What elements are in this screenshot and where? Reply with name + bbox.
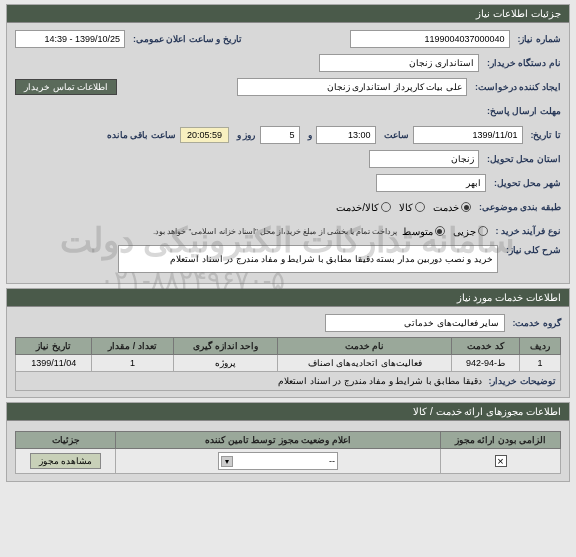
- label-buyer-notes: توضیحات خریدار:: [485, 376, 557, 386]
- purchase-note: پرداخت تمام یا بخشی از مبلغ خرید،از محل …: [153, 227, 398, 236]
- chevron-down-icon: ▾: [221, 456, 233, 467]
- radio-goods[interactable]: کالا: [399, 202, 425, 213]
- subject-radio-group: خدمت کالا کالا/خدمت: [336, 202, 471, 213]
- contact-buyer-button[interactable]: اطلاعات تماس خریدار: [15, 79, 117, 95]
- th-status: اعلام وضعیت مجوز توسط تامین کننده: [116, 432, 441, 449]
- cell-mandatory: [441, 449, 561, 474]
- label-deadline: مهلت ارسال پاسخ:: [483, 106, 561, 116]
- permits-header: اطلاعات مجوزهای ارائه خدمت / کالا: [7, 403, 569, 421]
- label-subject-cat: طبقه بندی موضوعی:: [475, 202, 561, 212]
- field-announce-dt: 1399/10/25 - 14:39: [15, 30, 125, 48]
- field-deadline-time: 13:00: [316, 126, 376, 144]
- th-qty: تعداد / مقدار: [92, 338, 173, 355]
- table-row: 1 ط-94-942 فعالیت‌های اتحادیه‌های اصناف …: [16, 355, 561, 372]
- need-info-header: جزئیات اطلاعات نیاز: [7, 5, 569, 23]
- status-select[interactable]: -- ▾: [218, 452, 338, 470]
- view-permit-button[interactable]: مشاهده مجوز: [30, 453, 102, 469]
- field-need-no: 1199004037000040: [350, 30, 510, 48]
- radio-medium[interactable]: متوسط: [402, 226, 445, 237]
- cell-details: مشاهده مجوز: [16, 449, 116, 474]
- th-unit: واحد اندازه گیری: [173, 338, 278, 355]
- field-buyer-org: استانداری زنجان: [319, 54, 479, 72]
- need-info-panel: جزئیات اطلاعات نیاز شماره نیاز: 11990040…: [6, 4, 570, 284]
- cell-name: فعالیت‌های اتحادیه‌های اصناف: [278, 355, 452, 372]
- services-header: اطلاعات خدمات مورد نیاز: [7, 289, 569, 307]
- field-days-remaining: 5: [260, 126, 300, 144]
- label-to-date: تا تاریخ:: [527, 130, 562, 140]
- cell-qty: 1: [92, 355, 173, 372]
- cell-need-date: 1399/11/04: [16, 355, 92, 372]
- mandatory-checkbox[interactable]: [495, 455, 507, 467]
- label-purchase-type: نوع فرآیند خرید :: [492, 226, 562, 236]
- label-general-desc: شرح کلی نیاز:: [502, 245, 561, 255]
- label-buyer-org: نام دستگاه خریدار:: [483, 58, 561, 68]
- cell-unit: پروژه: [173, 355, 278, 372]
- radio-both[interactable]: کالا/خدمت: [336, 202, 391, 213]
- th-details: جزئیات: [16, 432, 116, 449]
- permits-table: الزامی بودن ارائه مجوز اعلام وضعیت مجوز …: [15, 431, 561, 474]
- th-mandatory: الزامی بودن ارائه مجوز: [441, 432, 561, 449]
- services-table: ردیف کد خدمت نام خدمت واحد اندازه گیری ت…: [15, 337, 561, 391]
- field-city: ابهر: [376, 174, 486, 192]
- th-code: کد خدمت: [452, 338, 520, 355]
- label-remaining: ساعت باقی مانده: [103, 130, 176, 140]
- field-province: زنجان: [369, 150, 479, 168]
- label-day: روز و: [233, 130, 256, 140]
- label-service-group: گروه خدمت:: [509, 318, 562, 328]
- field-deadline-date: 1399/11/01: [413, 126, 523, 144]
- cell-status: -- ▾: [116, 449, 441, 474]
- field-service-group: سایر فعالیت‌های خدماتی: [325, 314, 505, 332]
- label-need-no: شماره نیاز:: [514, 34, 562, 44]
- th-name: نام خدمت: [278, 338, 452, 355]
- field-creator: علی بیات کارپرداز استانداری زنجان: [237, 78, 467, 96]
- th-row: ردیف: [520, 338, 561, 355]
- label-creator: ایجاد کننده درخواست:: [471, 82, 561, 92]
- services-panel: اطلاعات خدمات مورد نیاز گروه خدمت: سایر …: [6, 288, 570, 398]
- label-city: شهر محل تحویل:: [490, 178, 561, 188]
- label-hour: ساعت: [380, 130, 409, 140]
- radio-small[interactable]: جزیی: [453, 226, 488, 237]
- th-need-date: تاریخ نیاز: [16, 338, 92, 355]
- field-time-remaining: 20:05:59: [180, 127, 229, 143]
- field-buyer-notes: دقیقا مطابق با شرایط و مفاد مندرج در اسن…: [278, 376, 482, 386]
- cell-row: 1: [520, 355, 561, 372]
- permits-panel: اطلاعات مجوزهای ارائه خدمت / کالا الزامی…: [6, 402, 570, 482]
- cell-code: ط-94-942: [452, 355, 520, 372]
- label-and: و: [304, 130, 312, 140]
- purchase-radio-group: جزیی متوسط: [402, 226, 488, 237]
- status-value: --: [329, 456, 335, 466]
- table-row: -- ▾ مشاهده مجوز: [16, 449, 561, 474]
- label-province: استان محل تحویل:: [483, 154, 561, 164]
- radio-service[interactable]: خدمت: [433, 202, 471, 213]
- field-general-desc: خرید و نصب دوربین مدار بسته دقیقا مطابق …: [118, 245, 498, 273]
- label-announce-dt: تاریخ و ساعت اعلان عمومی:: [129, 34, 242, 44]
